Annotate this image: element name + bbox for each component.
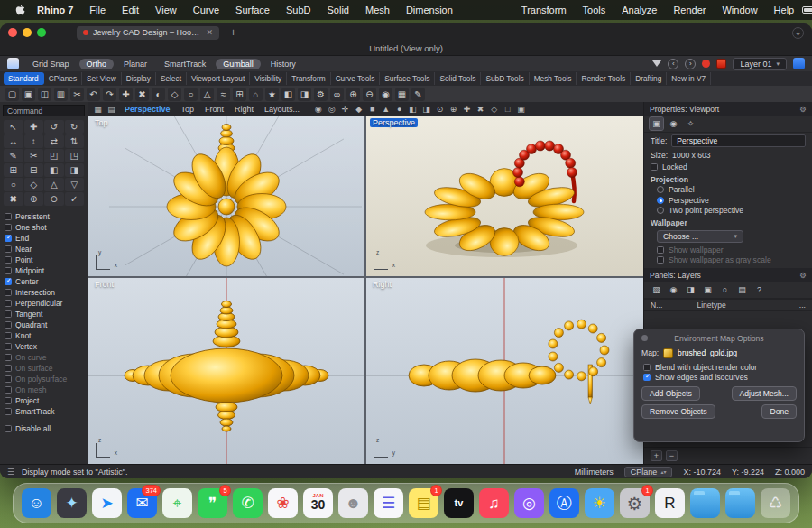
- viewport-tab[interactable]: Layouts...: [259, 105, 305, 114]
- viewport-icon[interactable]: ▣: [650, 117, 663, 130]
- osnap-checkbox[interactable]: Point: [5, 255, 83, 264]
- facetime[interactable]: ✆: [233, 488, 263, 518]
- menu-item[interactable]: View: [147, 5, 185, 15]
- viewport-title-field[interactable]: Perspective: [671, 134, 806, 147]
- toolbar-icon[interactable]: ◇: [168, 88, 181, 101]
- toolbar-icon[interactable]: ✂: [70, 88, 84, 101]
- toolbar-icon[interactable]: ∞: [330, 88, 344, 101]
- osnap-checkbox[interactable]: Perpendicular: [5, 299, 83, 308]
- material-icon[interactable]: ◨: [684, 283, 697, 296]
- tool-icon[interactable]: ⇄: [44, 134, 64, 148]
- tool-icon[interactable]: ⇅: [65, 134, 85, 148]
- osnap-checkbox[interactable]: Quadrant: [5, 320, 83, 329]
- osnap-checkbox[interactable]: Near: [5, 245, 83, 254]
- tool-icon[interactable]: ⊕: [24, 192, 44, 206]
- toolbar-icon[interactable]: ⌂: [249, 88, 263, 101]
- tool-icon[interactable]: ◳: [65, 149, 85, 162]
- menu-item[interactable]: Help: [766, 5, 803, 15]
- gear-icon[interactable]: ⚙: [799, 271, 807, 280]
- adjust-mesh-button[interactable]: Adjust Mesh...: [732, 386, 797, 401]
- menu-item[interactable]: SubD: [278, 5, 319, 15]
- display-mode-icon[interactable]: ◨: [420, 104, 432, 116]
- viewport-label[interactable]: Top: [92, 118, 111, 127]
- minimize-window-button[interactable]: [23, 28, 32, 37]
- camera-icon[interactable]: ◉: [667, 117, 680, 130]
- wallpaper-choose-button[interactable]: Choose ... ▾: [657, 230, 743, 243]
- calendar[interactable]: JAN 30: [303, 488, 333, 518]
- toolbar-tab[interactable]: SubD Tools: [481, 72, 529, 85]
- menu-item[interactable]: Render: [665, 5, 714, 15]
- linetype-column-header[interactable]: Linetype: [697, 301, 726, 310]
- locked-checkbox[interactable]: Locked: [644, 162, 812, 172]
- tool-icon[interactable]: ↔: [4, 134, 23, 148]
- osnap-checkbox[interactable]: Knot: [5, 331, 83, 340]
- display-mode-icon[interactable]: ◆: [353, 104, 364, 116]
- map-filename[interactable]: brushed_gold.jpg: [678, 348, 737, 357]
- osnap-checkbox[interactable]: On curve: [5, 353, 83, 362]
- photos[interactable]: ❀: [268, 488, 298, 518]
- tool-icon[interactable]: ✂: [24, 149, 44, 162]
- toolbar-icon[interactable]: ◧: [281, 88, 295, 101]
- menu-item[interactable]: Window: [714, 5, 765, 15]
- tool-icon[interactable]: ⊖: [44, 192, 64, 206]
- viewport-label[interactable]: Front: [92, 280, 116, 289]
- toolbar-icon[interactable]: ↶: [87, 88, 100, 101]
- toolbar-icon[interactable]: ✚: [119, 88, 133, 101]
- dialog-close-button[interactable]: [641, 335, 648, 341]
- more-columns-button[interactable]: ...: [799, 301, 806, 310]
- tool-icon[interactable]: ↺: [44, 120, 64, 134]
- menu-item[interactable]: Mesh: [357, 5, 398, 15]
- notes[interactable]: ▤ 1: [409, 488, 438, 518]
- toolbar-tab[interactable]: Select: [156, 72, 187, 85]
- display-mode-icon[interactable]: ▲: [380, 104, 392, 116]
- tool-icon[interactable]: ↻: [65, 120, 85, 134]
- osnap-checkbox[interactable]: Persistent: [5, 212, 83, 221]
- osnap-checkbox[interactable]: SmartTrack: [5, 407, 83, 416]
- menu-item[interactable]: Analyze: [614, 5, 665, 15]
- tool-icon[interactable]: ✖: [4, 192, 23, 206]
- projection-radio[interactable]: Parallel: [644, 185, 812, 196]
- mode-toggle[interactable]: Ortho: [79, 59, 115, 69]
- menu-item[interactable]: Rhino 7: [29, 5, 81, 15]
- toolbar-icon[interactable]: ⊕: [346, 88, 360, 101]
- display-mode-icon[interactable]: ✖: [475, 104, 486, 116]
- tool-icon[interactable]: ⊞: [4, 163, 23, 177]
- viewport-front[interactable]: Front: [88, 278, 364, 464]
- contacts[interactable]: ☻: [338, 488, 368, 518]
- display-mode-icon[interactable]: ●: [393, 104, 405, 116]
- display-mode-icon[interactable]: ⊕: [448, 104, 459, 116]
- units-label[interactable]: Millimeters: [575, 468, 614, 477]
- toolbar-icon[interactable]: △: [200, 88, 214, 101]
- add-layer-button[interactable]: +: [651, 450, 662, 461]
- light-icon[interactable]: ✧: [684, 117, 697, 130]
- osnap-checkbox[interactable]: Midpoint: [5, 266, 83, 275]
- print-icon[interactable]: ▤: [735, 283, 749, 296]
- tool-icon[interactable]: ⊟: [24, 163, 44, 177]
- tool-icon[interactable]: ◧: [44, 163, 64, 177]
- apple-menu[interactable]: [11, 4, 29, 16]
- toolbar-tab[interactable]: Set View: [82, 72, 122, 85]
- tool-icon[interactable]: ◨: [65, 163, 85, 177]
- launchpad[interactable]: ✦: [57, 488, 87, 518]
- toolbar-icon[interactable]: ↷: [103, 88, 116, 101]
- weather[interactable]: ☀: [585, 488, 614, 518]
- finder[interactable]: ☺: [22, 488, 51, 518]
- display-mode-icon[interactable]: ■: [366, 104, 378, 116]
- viewport-right[interactable]: Right: [366, 278, 643, 464]
- maps[interactable]: ⌖: [162, 488, 192, 518]
- dialog-checkbox[interactable]: Blend with object render color: [641, 362, 797, 373]
- viewport-label[interactable]: Perspective: [370, 118, 418, 127]
- toolbar-tab[interactable]: Curve Tools: [331, 72, 381, 85]
- viewport-tab[interactable]: Right: [229, 105, 259, 114]
- tool-icon[interactable]: ◇: [24, 178, 44, 191]
- rhino[interactable]: R: [655, 488, 685, 518]
- tool-icon[interactable]: ↖: [4, 120, 23, 134]
- tv[interactable]: tv: [444, 488, 474, 518]
- close-tab-icon[interactable]: ✕: [206, 28, 213, 37]
- display-mode-icon[interactable]: ▣: [515, 104, 527, 116]
- app-store[interactable]: Ⓐ: [549, 488, 579, 518]
- new-tab-button[interactable]: +: [225, 26, 242, 39]
- menu-item[interactable]: Tools: [575, 5, 614, 15]
- battery-icon[interactable]: [802, 6, 812, 14]
- close-window-button[interactable]: [8, 28, 17, 37]
